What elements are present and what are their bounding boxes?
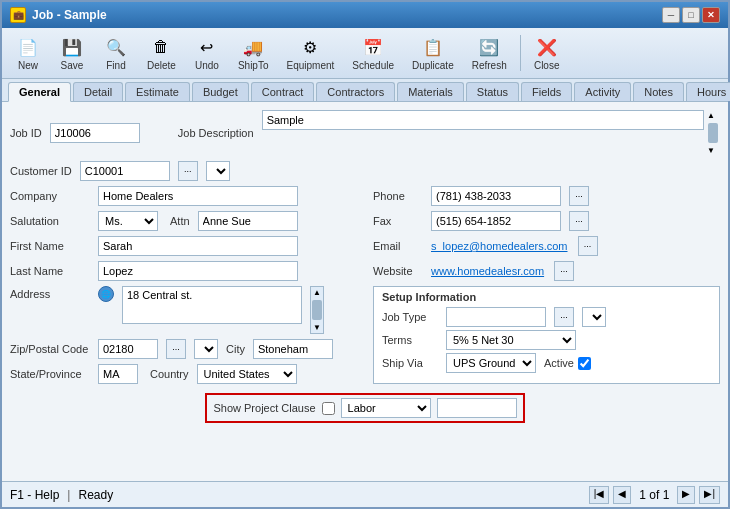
- close-label: Close: [534, 60, 560, 71]
- city-field[interactable]: [253, 339, 333, 359]
- new-icon: 📄: [16, 35, 40, 59]
- show-project-clause-box: Show Project Clause Labor: [205, 393, 524, 423]
- refresh-button[interactable]: 🔄 Refresh: [465, 32, 514, 74]
- labor-text-field[interactable]: [437, 398, 517, 418]
- desc-scrollbar: ▲ ▼: [706, 110, 720, 156]
- addr-scroll-down[interactable]: ▼: [312, 322, 322, 333]
- terms-select[interactable]: 5% 5 Net 30: [446, 330, 576, 350]
- window-title: Job - Sample: [32, 8, 107, 22]
- tab-detail[interactable]: Detail: [73, 82, 123, 101]
- country-select[interactable]: United States: [197, 364, 297, 384]
- state-field[interactable]: [98, 364, 138, 384]
- zip-field[interactable]: [98, 339, 158, 359]
- tab-activity[interactable]: Activity: [574, 82, 631, 101]
- labor-select[interactable]: Labor: [341, 398, 431, 418]
- fax-field[interactable]: [431, 211, 561, 231]
- scroll-down[interactable]: ▼: [706, 145, 720, 156]
- address-row: Address 🌐 18 Central st. ▲ ▼: [10, 286, 357, 334]
- job-type-field[interactable]: [446, 307, 546, 327]
- new-button[interactable]: 📄 New: [8, 32, 48, 74]
- phone-row: Phone ···: [373, 186, 720, 206]
- duplicate-button[interactable]: 📋 Duplicate: [405, 32, 461, 74]
- close-title-button[interactable]: ✕: [702, 7, 720, 23]
- scroll-up[interactable]: ▲: [706, 110, 720, 121]
- tab-status[interactable]: Status: [466, 82, 519, 101]
- next-page-button[interactable]: ▶: [677, 486, 695, 504]
- phone-dots-button[interactable]: ···: [569, 186, 589, 206]
- tab-general[interactable]: General: [8, 82, 71, 102]
- state-label: State/Province: [10, 368, 90, 380]
- minimize-button[interactable]: ─: [662, 7, 680, 23]
- tab-materials[interactable]: Materials: [397, 82, 464, 101]
- salutation-label: Salutation: [10, 215, 90, 227]
- phone-field[interactable]: [431, 186, 561, 206]
- email-link[interactable]: s_lopez@homedealers.com: [431, 240, 568, 252]
- customer-id-field[interactable]: [80, 161, 170, 181]
- company-field[interactable]: [98, 186, 298, 206]
- ship-via-row: Ship Via UPS Ground Active: [382, 353, 711, 373]
- project-clause-row: Show Project Clause Labor: [10, 393, 720, 423]
- address-field[interactable]: 18 Central st.: [122, 286, 302, 324]
- address-label: Address: [10, 286, 90, 300]
- fax-dots-button[interactable]: ···: [569, 211, 589, 231]
- show-project-checkbox[interactable]: [322, 402, 335, 415]
- tab-budget[interactable]: Budget: [192, 82, 249, 101]
- customer-id-dots-button[interactable]: ···: [178, 161, 198, 181]
- tab-contractors[interactable]: Contractors: [316, 82, 395, 101]
- job-type-select[interactable]: [582, 307, 606, 327]
- job-desc-field[interactable]: [262, 110, 704, 130]
- tab-estimate[interactable]: Estimate: [125, 82, 190, 101]
- address-globe-icon[interactable]: 🌐: [98, 286, 114, 302]
- tab-fields[interactable]: Fields: [521, 82, 572, 101]
- undo-button[interactable]: ↩ Undo: [187, 32, 227, 74]
- first-page-button[interactable]: |◀: [589, 486, 610, 504]
- tab-hours[interactable]: Hours: [686, 82, 730, 101]
- last-name-row: Last Name: [10, 261, 357, 281]
- two-col-layout: Company Salutation Ms. Attn Firs: [10, 186, 720, 384]
- tab-notes[interactable]: Notes: [633, 82, 684, 101]
- refresh-icon: 🔄: [477, 35, 501, 59]
- form-grid: Job ID Job Description ▲ ▼ Customer ID ·…: [10, 110, 720, 423]
- tab-contract[interactable]: Contract: [251, 82, 315, 101]
- email-dots-button[interactable]: ···: [578, 236, 598, 256]
- save-icon: 💾: [60, 35, 84, 59]
- zip-dots-button[interactable]: ···: [166, 339, 186, 359]
- phone-label: Phone: [373, 190, 423, 202]
- job-type-row: Job Type ···: [382, 307, 711, 327]
- salutation-select[interactable]: Ms.: [98, 211, 158, 231]
- company-label: Company: [10, 190, 90, 202]
- zip-select[interactable]: [194, 339, 218, 359]
- attn-field[interactable]: [198, 211, 298, 231]
- addr-scroll-thumb: [312, 300, 322, 320]
- last-name-field[interactable]: [98, 261, 298, 281]
- schedule-label: Schedule: [352, 60, 394, 71]
- shipto-button[interactable]: 🚚 ShipTo: [231, 32, 276, 74]
- prev-page-button[interactable]: ◀: [613, 486, 631, 504]
- close-button[interactable]: ❌ Close: [527, 32, 567, 74]
- email-label: Email: [373, 240, 423, 252]
- equipment-button[interactable]: ⚙ Equipment: [279, 32, 341, 74]
- last-page-button[interactable]: ▶|: [699, 486, 720, 504]
- toolbar-separator: [520, 35, 521, 71]
- job-desc-label: Job Description: [178, 127, 254, 139]
- job-type-dots-button[interactable]: ···: [554, 307, 574, 327]
- job-id-row: Job ID Job Description ▲ ▼: [10, 110, 720, 156]
- first-name-label: First Name: [10, 240, 90, 252]
- first-name-field[interactable]: [98, 236, 298, 256]
- find-button[interactable]: 🔍 Find: [96, 32, 136, 74]
- delete-button[interactable]: 🗑 Delete: [140, 32, 183, 74]
- job-id-field[interactable]: [50, 123, 140, 143]
- website-dots-button[interactable]: ···: [554, 261, 574, 281]
- addr-scroll-up[interactable]: ▲: [312, 287, 322, 298]
- maximize-button[interactable]: □: [682, 7, 700, 23]
- ship-via-select[interactable]: UPS Ground: [446, 353, 536, 373]
- customer-id-select[interactable]: [206, 161, 230, 181]
- save-button[interactable]: 💾 Save: [52, 32, 92, 74]
- active-checkbox[interactable]: [578, 357, 591, 370]
- delete-icon: 🗑: [149, 35, 173, 59]
- find-label: Find: [106, 60, 125, 71]
- schedule-button[interactable]: 📅 Schedule: [345, 32, 401, 74]
- shipto-label: ShipTo: [238, 60, 269, 71]
- status-text: Ready: [78, 488, 113, 502]
- website-link[interactable]: www.homedealesr.com: [431, 265, 544, 277]
